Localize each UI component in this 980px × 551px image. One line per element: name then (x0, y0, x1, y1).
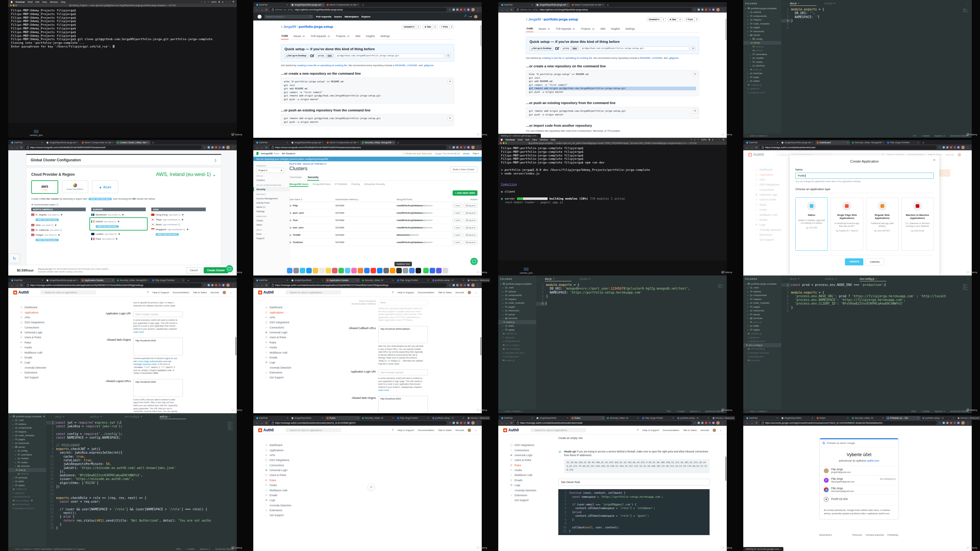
tree-file[interactable]: JS.babelrc.js (745, 332, 781, 336)
sidebar-item-applications[interactable]: ▢Applications (265, 310, 299, 315)
clone-url-input[interactable]: git@github.com:Jerga99/portfolio-jerga-s… (580, 46, 689, 51)
dev-extension-icon[interactable] (709, 9, 711, 11)
sidebar-item-activity-feed[interactable]: Activity Feed (256, 200, 290, 205)
help-link[interactable]: uploading an existing file (320, 64, 347, 67)
browser-tab[interactable]: Jerga99/portfolio✕ (290, 416, 325, 420)
rule-name-input[interactable]: Site Owner Rule (558, 479, 710, 486)
sidebar-item-get-support[interactable]: ◌Get Support (510, 498, 544, 503)
sidebar-item-apis[interactable]: ≋APIs (265, 453, 299, 457)
allowed-logout-urls-textarea[interactable]: http://localhost:3000 (133, 379, 183, 397)
use-another-account[interactable]: ◉Použiť iný účet (819, 494, 899, 504)
copy-code-button[interactable]: ⧉ (693, 72, 697, 77)
snowflake-extension-icon[interactable] (453, 146, 455, 148)
project-root[interactable]: ▾portfolio-jerga-complete (10, 414, 46, 418)
repo-action-★[interactable]: ★ Star0 (423, 25, 438, 29)
tree-file[interactable]: ≡assigments.txt (10, 495, 46, 499)
reload-button[interactable]: ⟳ (265, 146, 268, 149)
auth0-search-input[interactable]: ⌕Search for users or applications (530, 428, 586, 432)
tree-file[interactable]: ≡package-lock.json (745, 351, 781, 355)
project-root[interactable]: ▾portfolio-jerga-complete (745, 282, 781, 286)
help-link[interactable]: README (395, 64, 406, 67)
sidebar-item-extensions[interactable]: ▱Extensions (265, 508, 299, 513)
browser-tab[interactable]: Filip Jerga Portfolio✕ (886, 140, 921, 144)
reload-button[interactable]: ⟳ (510, 421, 513, 425)
type-card-single-page-web-applications[interactable]: Single Page Web ApplicationsA JavaScript… (830, 197, 863, 251)
browser-tab[interactable]: DartPad✕ (10, 278, 45, 282)
repo-tab-code[interactable]: Code (526, 25, 533, 32)
meet-extension-icon[interactable] (946, 146, 948, 148)
header-link-documentation[interactable]: Documentation (173, 291, 189, 294)
browser-tab[interactable]: Application Details✕ (325, 278, 360, 282)
tree-folder[interactable]: ▸static (500, 324, 536, 328)
tree-folder[interactable]: ▸resources (500, 309, 536, 313)
browser-tab[interactable]: Never Compromise on Identit✕ (80, 140, 115, 144)
copy-code-button[interactable]: ⧉ (693, 109, 697, 114)
repo-tab-issues[interactable]: Issues0 (293, 33, 306, 40)
v-extension-icon[interactable] (467, 146, 469, 148)
auth0-avatar[interactable] (223, 291, 226, 294)
github-search-input[interactable]: Search or jump to…/ (264, 15, 313, 19)
help-link[interactable]: .gitignore (668, 57, 678, 59)
header-link-documentation[interactable]: Documentation (418, 291, 434, 294)
editor-tab[interactable]: auth0.js✕ (88, 413, 123, 420)
back-button[interactable]: ← (11, 146, 14, 149)
tree-folder[interactable]: ▸resources (10, 441, 46, 445)
dev-extension-icon[interactable] (954, 422, 956, 424)
repo-action-unwatch[interactable]: Unwatch ▾1 (647, 17, 666, 22)
sidebar-item-universal-login[interactable]: ▣Universal Login (265, 330, 299, 335)
dev-extension-icon[interactable] (954, 146, 956, 148)
browser-tab[interactable]: Never Compromise on Identit✕ (325, 3, 360, 7)
auth0-avatar[interactable] (468, 429, 471, 432)
help-link[interactable]: LICENSE (652, 57, 662, 59)
browser-tab[interactable]: DartPad✕ (255, 416, 290, 420)
sidebar-item-multifactor-auth[interactable]: ▯Multifactor Auth (265, 350, 299, 355)
sidebar-item-logs[interactable]: ▤Logs (510, 483, 544, 487)
address-bar[interactable]: https://manage.auth0.com/dashboard/eu/ei… (269, 421, 447, 425)
tree-file[interactable]: ≡.gitignore (500, 335, 536, 340)
sidebar-item-multifactor-auth[interactable]: ▯Multifactor Auth (510, 473, 544, 478)
sidebar-item-applications[interactable]: ▢Applications (20, 310, 54, 315)
tree-file[interactable]: ≡package.json (500, 355, 536, 359)
help-link[interactable]: LICENSE (407, 64, 417, 67)
tree-folder[interactable]: ▾services (745, 316, 781, 321)
v-extension-icon[interactable] (467, 9, 469, 11)
new-tab-button[interactable]: + (923, 141, 924, 144)
menu-edit[interactable]: Edit (35, 1, 39, 3)
subtab-peering[interactable]: Peering (351, 183, 360, 187)
chat-bubble-button[interactable] (470, 258, 478, 265)
dev-extension-icon[interactable] (464, 422, 466, 424)
tree-file[interactable]: JSnext.config.js (500, 347, 536, 351)
code-area[interactable]: 1module.exports = {2 DB_URI: '',3 NAMESP… (781, 7, 972, 133)
tree-folder[interactable]: ▸node_modules (10, 434, 46, 438)
back-button[interactable]: ← (11, 283, 14, 287)
project-root[interactable]: ▾portfolio-jerga-complete (745, 6, 781, 10)
v-extension-icon[interactable] (222, 146, 224, 148)
meet-extension-icon[interactable] (456, 9, 458, 11)
language-select[interactable]: Slovenčina ▾ (819, 534, 832, 536)
setup-in-desktop-button[interactable]: ⤓ Set up in Desktop (530, 46, 554, 51)
browser-tab[interactable]: Filip Jerga Portfol✕ (396, 416, 431, 420)
repo-tab-insights[interactable]: Insights (610, 25, 620, 32)
tree-folder[interactable]: ▸server (745, 313, 781, 316)
browser-tab[interactable]: Prihláste sa – Účt✕ (886, 416, 921, 420)
subtab-mongodb-roles[interactable]: MongoDB Roles (313, 183, 331, 187)
stop-button[interactable]: ✕ (755, 421, 758, 425)
editor-tab[interactable]: env-config.js✕ (858, 275, 892, 282)
sidebar-item-connections[interactable]: ∝Connections (510, 448, 544, 453)
dock-app-icon[interactable] (364, 268, 370, 273)
dock-app-icon[interactable] (436, 268, 442, 273)
sidebar-item-hooks[interactable]: ⚯Hooks (510, 468, 544, 473)
editor-tab[interactable]: dev.js✕ (52, 413, 88, 420)
code-area[interactable]: 1const prod = process.env.NODE_ENV === '… (781, 282, 972, 409)
sidebar-item-extensions[interactable]: ▱Extensions (20, 370, 54, 375)
cancel-button[interactable]: CANCEL (866, 258, 884, 265)
header-link-documentation[interactable]: Documentation (663, 429, 679, 432)
browser-tab[interactable]: Filip Jerga Portfolio✕ (151, 278, 186, 282)
reload-button[interactable]: ⟳ (20, 283, 23, 287)
tree-folder[interactable]: ▸services (745, 71, 781, 76)
account-row[interactable]: Filip Jergajerga99@gmail.com (819, 466, 899, 475)
browser-tab[interactable]: Heroku | Welcome✕ (711, 416, 735, 420)
sidebar-item-universal-login[interactable]: ▣Universal Login (510, 453, 544, 457)
dock-app-icon[interactable] (377, 268, 382, 273)
browser-tab[interactable]: DartPad✕ (255, 3, 290, 7)
